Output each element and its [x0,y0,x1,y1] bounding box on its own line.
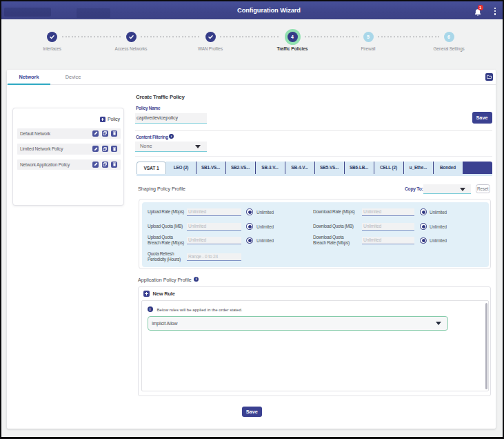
unlimited-radio[interactable] [246,237,253,244]
rules-info-icon: i [148,306,153,312]
unlimited-radio[interactable] [420,237,427,244]
shaping-fields-box: Upload Rate (Mbps) Unlimited Download Ra… [142,202,489,267]
step-traffic-policies[interactable]: 4 Traffic Policies [261,32,323,52]
edit-policy-button[interactable] [92,146,99,152]
logo-placeholder [4,8,51,17]
download-breach-rate-input[interactable] [362,237,414,245]
pencil-icon [94,147,98,151]
wizard-stepper: Interfaces Access Networks WAN Profiles [1,19,503,70]
unlimited-radio[interactable] [420,223,427,230]
notifications-button[interactable]: 1 [472,4,485,18]
step-general-settings[interactable]: 6 General Settings [418,32,480,51]
unlimited-radio[interactable] [420,208,427,215]
unlimited-radio[interactable] [246,208,253,215]
tab-leo[interactable]: LEO (2) [166,162,196,175]
top-bar: Configuration Wizard 1 [1,1,503,19]
step-firewall[interactable]: 5 Firewall [337,32,399,51]
copy-icon [103,131,107,135]
content-filtering-select[interactable]: None [135,142,207,152]
tab-sb1[interactable]: SB1-VS... [196,162,225,175]
scope-tabs: Network Device [7,70,496,85]
active-tab-underline [8,84,50,85]
upload-quota-input[interactable] [187,223,241,231]
policy-row[interactable]: Default Network [17,128,121,139]
rule-item[interactable]: Implicit Allow [148,316,449,331]
main-card: Network Device Policy [7,70,496,429]
folder-icon [487,75,492,79]
delete-policy-button[interactable] [111,162,117,168]
copy-to-label: Copy To: [405,186,423,191]
policy-name-input[interactable] [135,113,207,124]
tab-sb6[interactable]: SB6-LB... [344,162,374,175]
active-step-ring: 4 [285,29,301,45]
copy-policy-button[interactable] [102,162,108,168]
tab-network[interactable]: Network [7,70,51,85]
scrollbar-thumb[interactable] [485,303,487,389]
app-viewport: Configuration Wizard 1 [1,1,503,437]
tab-u-ethernet[interactable]: u_Ethe... [403,162,433,175]
check-icon [128,34,134,40]
tab-vsat-1[interactable]: VSAT 1 [137,162,166,175]
upload-breach-rate-input[interactable] [187,237,241,245]
tab-device[interactable]: Device [51,70,95,85]
content-filtering-info-icon[interactable]: i [169,134,174,139]
application-heading: Application Policy Profile [138,277,192,283]
check-icon [208,34,214,40]
step-circle: 6 [444,32,454,42]
step-interfaces[interactable]: Interfaces [21,32,83,51]
tab-cell[interactable]: CELL (2) [374,162,403,175]
application-rules-panel: New Rule i Below rules will be applied i… [138,286,491,396]
quota-refresh-input[interactable] [187,253,241,262]
policy-name-label: Policy Name [136,106,160,110]
pencil-icon [94,162,98,166]
policy-row[interactable]: Limited Network Policy [17,144,121,155]
upload-rate-input[interactable] [187,208,241,217]
reset-button[interactable]: Reset [476,184,490,193]
tab-sb3[interactable]: SB-3-V... [255,162,285,175]
notification-badge: 1 [478,5,483,10]
step-circle [47,32,57,42]
divider [135,130,492,131]
tab-bonded[interactable]: Bonded [433,162,463,175]
save-traffic-policy-button[interactable]: Save [242,407,262,418]
plus-icon [143,291,150,297]
tab-sb5[interactable]: SB5-VS... [314,162,344,175]
check-icon [49,34,55,40]
rules-list: i Below rules will be applied in the ord… [141,300,490,392]
content-filtering-label: Content Filtering [136,135,168,139]
edit-policy-button[interactable] [92,162,99,168]
shaping-heading: Shaping Policy Profile [138,186,185,192]
step-circle: 5 [363,32,374,42]
popout-window-button[interactable] [485,73,493,81]
edit-policy-button[interactable] [92,130,99,137]
chevron-down-icon [195,145,201,148]
download-rate-input[interactable] [362,208,414,217]
delete-policy-button[interactable] [111,146,117,152]
save-policy-button[interactable]: Save [472,112,492,124]
tab-sb4[interactable]: SB-4-V... [285,162,314,175]
application-info-icon[interactable]: i [194,277,199,282]
step-access-networks[interactable]: Access Networks [100,32,162,51]
copy-icon [103,147,107,151]
copy-icon [103,162,107,166]
download-quota-input[interactable] [362,223,414,231]
copy-policy-button[interactable] [102,130,108,137]
chevron-down-icon [436,322,441,325]
tab-sb2[interactable]: SB2-VS... [225,162,255,175]
copy-to-select[interactable] [423,184,471,194]
page-title: Create Traffic Policy [136,94,185,100]
policy-list-panel: Policy Default Network Limited Network [12,108,124,206]
copy-policy-button[interactable] [102,146,108,152]
step-circle: 4 [288,32,298,42]
policy-row[interactable]: Network Application Policy [17,159,121,170]
unlimited-radio[interactable] [246,223,253,230]
divider [135,156,492,157]
rules-info-text: Below rules will be applied in the order… [157,307,243,312]
overflow-menu-button[interactable] [492,6,498,17]
step-circle [126,32,137,42]
plus-icon [100,117,105,122]
interface-tabstrip: VSAT 1 LEO (2) SB1-VS... SB2-VS... SB-3-… [137,162,492,176]
delete-policy-button[interactable] [111,130,117,137]
logo-placeholder-2 [77,8,110,18]
step-wan-profiles[interactable]: WAN Profiles [179,32,241,51]
